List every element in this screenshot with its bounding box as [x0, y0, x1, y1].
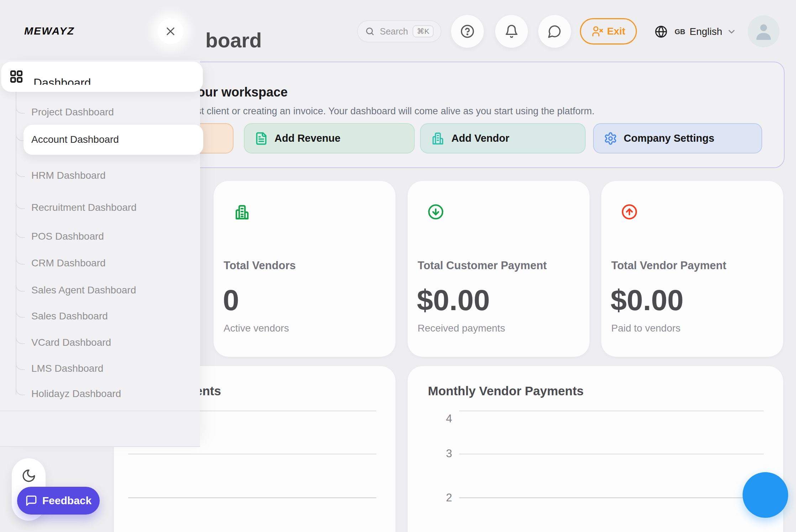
close-icon	[165, 26, 176, 37]
sidebar-panel: Dashboard Project Dashboard Account Dash…	[0, 60, 200, 447]
add-revenue-button[interactable]: Add Revenue	[244, 123, 415, 153]
stat-title: Total Customer Payment	[418, 259, 547, 272]
tree-branch	[16, 306, 25, 318]
tree-branch	[16, 280, 25, 292]
add-revenue-label: Add Revenue	[274, 132, 340, 144]
building-icon	[431, 131, 445, 146]
sidebar-item-hrm-dashboard[interactable]: HRM Dashboard	[31, 168, 106, 183]
search-field[interactable]	[379, 26, 412, 37]
stat-value: $0.00	[417, 283, 490, 317]
company-settings-button[interactable]: Company Settings	[593, 123, 762, 153]
stat-card-customer-payment: Total Customer Payment $0.00 Received pa…	[408, 181, 590, 357]
tree-branch	[16, 198, 25, 209]
stat-card-total-vendors: Total Vendors 0 Active vendors	[214, 181, 396, 357]
sidebar-item-lms-dashboard[interactable]: LMS Dashboard	[31, 361, 103, 376]
feedback-label: Feedback	[42, 495, 91, 507]
chat-icon	[548, 24, 562, 38]
language-label: English	[690, 26, 722, 37]
grid-icon	[9, 69, 23, 84]
sidebar-item-crm-dashboard[interactable]: CRM Dashboard	[31, 256, 106, 270]
globe-icon	[655, 25, 667, 38]
company-settings-label: Company Settings	[624, 132, 714, 144]
stat-subtitle: Received payments	[418, 323, 505, 334]
sidebar-item-pos-dashboard[interactable]: POS Dashboard	[31, 229, 104, 244]
tree-branch	[16, 333, 25, 344]
sidebar-item-sales-agent-dashboard[interactable]: Sales Agent Dashboard	[31, 283, 136, 297]
gridline	[459, 497, 764, 498]
sidebar-item-holidayz-dashboard[interactable]: Holidayz Dashboard	[31, 387, 121, 401]
gridline	[128, 497, 376, 498]
notifications-button[interactable]	[495, 15, 528, 48]
add-vendor-button[interactable]: Add Vendor	[420, 123, 586, 153]
sidebar-item-vcard-dashboard[interactable]: VCard Dashboard	[31, 335, 111, 350]
chart-title: Monthly Vendor Payments	[428, 384, 584, 398]
y-axis-tick: 3	[436, 447, 452, 460]
tree-branch	[16, 384, 25, 395]
search-shortcut-badge: ⌘K	[413, 25, 434, 37]
user-x-icon	[591, 25, 603, 37]
arrow-up-circle-icon	[621, 204, 638, 220]
gridline	[459, 411, 764, 411]
stat-value: $0.00	[611, 283, 684, 317]
sidebar-item-sales-dashboard[interactable]: Sales Dashboard	[31, 309, 108, 323]
search-input[interactable]: ⌘K	[357, 20, 441, 42]
file-text-icon	[255, 132, 268, 145]
stat-value: 0	[223, 283, 239, 317]
help-icon	[460, 24, 475, 38]
person-icon	[752, 20, 775, 43]
exit-button[interactable]: Exit	[580, 18, 637, 45]
floating-action-button[interactable]	[743, 472, 788, 518]
chart-card-vendor-payments: Monthly Vendor Payments 4 3 2	[408, 366, 783, 532]
stat-subtitle: Active vendors	[224, 323, 289, 334]
exit-label: Exit	[607, 26, 625, 37]
close-sidebar-button[interactable]	[158, 19, 183, 44]
sidebar-item-account-dashboard[interactable]: Account Dashboard	[31, 132, 119, 147]
search-icon	[365, 26, 375, 36]
sidebar-item-recruitment-dashboard[interactable]: Recruitment Dashboard	[31, 200, 137, 215]
language-selector[interactable]: GB English	[655, 23, 737, 41]
tree-branch	[16, 226, 25, 238]
arrow-down-circle-icon	[428, 204, 444, 220]
sidebar-header-label: Dashboard	[33, 76, 91, 85]
chevron-down-icon	[727, 27, 737, 37]
stat-title: Total Vendor Payment	[611, 259, 726, 272]
gridline	[128, 454, 376, 454]
tree-branch	[16, 166, 25, 177]
feedback-chat-icon	[25, 495, 37, 507]
tree-branch	[16, 102, 25, 114]
add-vendor-label: Add Vendor	[451, 132, 509, 144]
gridline	[459, 454, 764, 454]
moon-icon	[21, 468, 36, 483]
stat-title: Total Vendors	[224, 259, 296, 272]
building-icon	[234, 204, 251, 221]
tree-branch	[16, 359, 25, 370]
help-button[interactable]	[451, 15, 484, 48]
sidebar-item-project-dashboard[interactable]: Project Dashboard	[31, 105, 114, 119]
welcome-message: st client or creating an invoice. Your d…	[197, 106, 595, 117]
gear-icon	[604, 132, 617, 145]
sidebar-divider	[0, 411, 200, 411]
tree-branch	[16, 253, 25, 265]
messages-button[interactable]	[538, 15, 571, 48]
bell-icon	[504, 24, 519, 38]
y-axis-tick: 4	[436, 412, 452, 425]
y-axis-tick: 2	[436, 491, 452, 504]
user-avatar[interactable]	[748, 15, 780, 47]
stat-subtitle: Paid to vendors	[611, 323, 681, 334]
language-code: GB	[675, 28, 685, 36]
page-title: board	[205, 28, 262, 52]
sidebar-item-dashboard[interactable]: Dashboard	[1, 62, 203, 92]
app-logo: MEWAYZ	[24, 25, 74, 37]
stat-card-vendor-payment: Total Vendor Payment $0.00 Paid to vendo…	[601, 181, 783, 357]
feedback-button[interactable]: Feedback	[17, 487, 100, 515]
welcome-heading: our workspace	[197, 85, 288, 100]
